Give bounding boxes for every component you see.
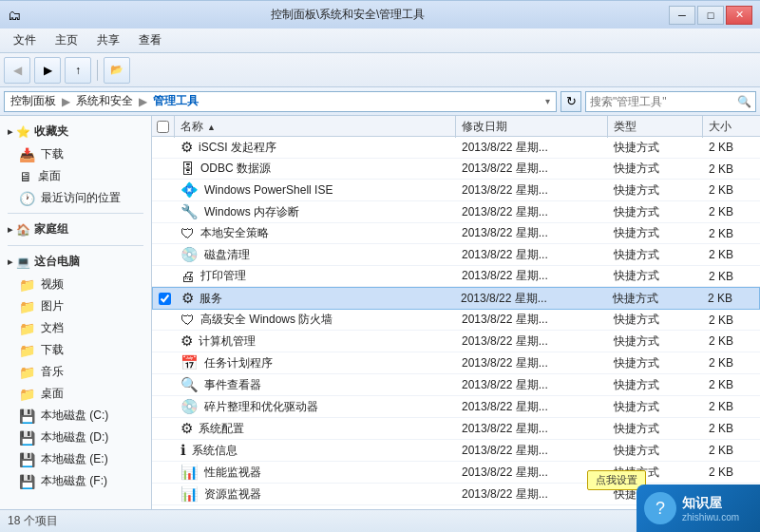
row-checkbox-cell [152,331,175,352]
search-input[interactable] [590,95,737,108]
address-input[interactable]: 控制面板 ▶ 系统和安全 ▶ 管理工具 ▾ [4,91,557,112]
close-button[interactable]: ✕ [726,6,752,25]
pictures-icon: 📁 [19,299,35,314]
homegroup-icon: 🏠 [16,223,30,237]
table-row[interactable]: ⚙ 计算机管理 2013/8/22 星期... 快捷方式 2 KB [152,331,760,352]
select-all-checkbox[interactable] [157,121,169,133]
sidebar-item-download[interactable]: 📥 下载 [0,143,151,165]
file-name: 磁盘清理 [204,247,250,263]
table-row[interactable]: 📊 性能监视器 2013/8/22 星期... 快捷方式 2 KB [152,462,760,484]
file-icon: 📊 [180,485,199,503]
table-row[interactable]: 💠 Windows PowerShell ISE 2013/8/22 星期...… [152,180,760,201]
file-icon: 🔍 [180,376,199,393]
thispc-arrow-icon: ▸ [8,256,12,267]
file-name-cell: ℹ 系统信息 [175,440,456,461]
sidebar-thispc-label: 这台电脑 [34,254,80,270]
sidebar-item-recent[interactable]: 🕐 最近访问的位置 [0,187,151,209]
sidebar-item-drive-e[interactable]: 💾 本地磁盘 (E:) [0,448,151,470]
table-row[interactable]: 🔍 事件查看器 2013/8/22 星期... 快捷方式 2 KB [152,374,760,396]
file-date-cell: 2013/8/22 星期... [456,180,608,200]
file-list-container: 名称 ▲ 修改日期 类型 大小 ⚙ iSCSI 发起程序 2013/8/22 星… [152,116,760,509]
file-size-cell: 2 KB [703,201,760,222]
watermark: ? 知识屋 zhishiwu.com [636,484,760,532]
file-name-cell: 📊 资源监视器 [175,484,456,504]
up-button[interactable]: ↑ [65,57,91,84]
sidebar-homegroup-label: 家庭组 [34,221,68,238]
file-icon: ⚙ [180,139,193,156]
file-name-cell: 💿 磁盘清理 [175,244,456,265]
menu-share[interactable]: 共享 [87,29,129,51]
row-checkbox-cell [152,418,175,439]
row-checkbox-cell [152,244,175,265]
sidebar-section-favorites[interactable]: ▸ ⭐ 收藏夹 [0,120,151,143]
minimize-button[interactable]: ─ [669,6,695,25]
sidebar-item-drive-c[interactable]: 💾 本地磁盘 (C:) [0,405,151,427]
forward-button[interactable]: ▶ [34,57,61,84]
title-bar: 🗂 控制面板\系统和安全\管理工具 ─ □ ✕ [0,0,760,28]
sidebar-section-homegroup[interactable]: ▸ 🏠 家庭组 [0,218,151,241]
sidebar-item-desktop2[interactable]: 📁 桌面 [0,383,151,405]
file-date-cell: 2013/8/22 星期... [456,484,608,504]
table-row[interactable]: ⚙ 服务 2013/8/22 星期... 快捷方式 2 KB [152,287,760,310]
file-name: 打印管理 [200,268,246,284]
file-name-cell: 💠 Windows PowerShell ISE [175,180,456,200]
file-size-cell: 2 KB [703,180,760,200]
table-row[interactable]: 📅 任务计划程序 2013/8/22 星期... 快捷方式 2 KB [152,352,760,374]
sidebar-item-pictures[interactable]: 📁 图片 [0,295,151,317]
sidebar-item-drive-f[interactable]: 💾 本地磁盘 (F:) [0,470,151,492]
sidebar-item-desktop1[interactable]: 🖥 桌面 [0,165,151,187]
menu-home[interactable]: 主页 [46,29,87,51]
col-header-name[interactable]: 名称 ▲ [175,116,456,138]
file-size-cell: 2 KB [703,374,760,395]
drive-c-icon: 💾 [19,408,35,424]
table-row[interactable]: 🗄 ODBC 数据源 2013/8/22 星期... 快捷方式 2 KB [152,159,760,180]
favorites-star-icon: ⭐ [16,125,30,139]
sidebar-item-drive-d[interactable]: 💾 本地磁盘 (D:) [0,427,151,448]
table-row[interactable]: 🔧 Windows 内存诊断 2013/8/22 星期... 快捷方式 2 KB [152,201,760,223]
table-row[interactable]: ℹ 系统信息 2013/8/22 星期... 快捷方式 2 KB [152,440,760,462]
search-box: 🔍 [585,91,756,112]
sidebar-item-documents[interactable]: 📁 文档 [0,317,151,339]
maximize-button[interactable]: □ [697,6,724,25]
file-icon: ℹ [180,442,186,459]
table-row[interactable]: ⚙ iSCSI 发起程序 2013/8/22 星期... 快捷方式 2 KB [152,137,760,159]
table-row[interactable]: 🛡 高级安全 Windows 防火墙 2013/8/22 星期... 快捷方式 … [152,310,760,331]
file-name-cell: ⚙ iSCSI 发起程序 [175,137,456,158]
row-checkbox[interactable] [159,293,171,305]
row-checkbox-cell [152,137,175,158]
file-size-cell: 2 KB [703,352,760,373]
back-button[interactable]: ◀ [4,57,30,84]
dropdown-arrow-icon[interactable]: ▾ [545,96,550,106]
sidebar-item-videos[interactable]: 📁 视频 [0,274,151,295]
videos-icon: 📁 [19,277,35,293]
file-icon: ⚙ [180,332,193,350]
file-date-cell: 2013/8/22 星期... [456,352,608,373]
sidebar-section-thispc[interactable]: ▸ 💻 这台电脑 [0,250,151,274]
window-controls: ─ □ ✕ [669,6,752,25]
table-row[interactable]: ⚙ 系统配置 2013/8/22 星期... 快捷方式 2 KB [152,418,760,440]
search-icon[interactable]: 🔍 [737,95,751,108]
file-date-cell: 2013/8/22 星期... [456,137,608,158]
file-icon: 📅 [180,354,199,371]
menu-view[interactable]: 查看 [129,29,171,51]
col-header-type[interactable]: 类型 [608,116,703,138]
sidebar-item-music[interactable]: 📁 音乐 [0,361,151,383]
toolbar-folder-button[interactable]: 📂 [104,57,130,84]
row-checkbox-cell [152,396,175,417]
file-date-cell: 2013/8/22 星期... [456,159,608,179]
table-row[interactable]: 💿 碎片整理和优化驱动器 2013/8/22 星期... 快捷方式 2 KB [152,396,760,418]
table-row[interactable]: 💿 磁盘清理 2013/8/22 星期... 快捷方式 2 KB [152,244,760,266]
toolbar: ◀ ▶ ↑ 📂 [0,53,760,87]
file-name-cell: 📊 性能监视器 [175,462,456,483]
menu-file[interactable]: 文件 [4,29,46,51]
sidebar-item-downloads[interactable]: 📁 下载 [0,339,151,361]
table-row[interactable]: 🖨 打印管理 2013/8/22 星期... 快捷方式 2 KB [152,266,760,287]
file-name-cell: 🔍 事件查看器 [175,374,456,395]
table-row[interactable]: 🛡 本地安全策略 2013/8/22 星期... 快捷方式 2 KB [152,223,760,244]
col-header-size[interactable]: 大小 [703,116,760,138]
file-name-cell: ⚙ 组件服务 [175,505,456,509]
file-icon: 🔧 [180,203,199,220]
col-header-checkbox[interactable] [152,116,175,138]
refresh-button[interactable]: ↻ [560,91,581,112]
col-header-date[interactable]: 修改日期 [456,116,608,138]
